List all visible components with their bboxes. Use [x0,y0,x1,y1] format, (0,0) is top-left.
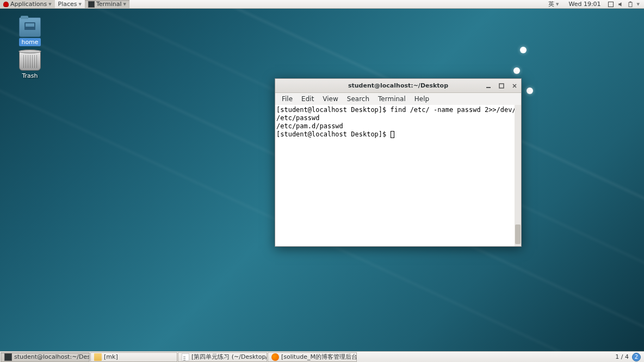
clock[interactable]: Wed 19:01 [565,0,604,8]
wallpaper-node-icon [527,88,533,94]
maximize-button[interactable] [497,82,506,90]
folder-icon [94,353,102,361]
desktop[interactable]: home Trash student@localhost:~/Desktop F… [0,9,644,351]
terminal-window[interactable]: student@localhost:~/Desktop File Edit Vi… [275,78,522,247]
task-button-files[interactable]: [mk] [90,352,177,362]
firefox-icon [271,353,279,361]
menu-file[interactable]: File [277,94,297,104]
terminal-icon [88,1,95,8]
terminal-line: /etc/pam.d/passwd [276,122,343,130]
top-panel-right: 英 ▼ Wed 19:01 ▼ [545,0,644,8]
workspace-indicator[interactable]: 1 / 4 [615,353,629,360]
scrollbar-thumb[interactable] [515,224,521,244]
terminal-app-label: Terminal [96,1,122,8]
task-label: [solitude_M的博客管理后台-51… [281,353,357,361]
task-label: student@localhost:~/Desktop [14,353,90,360]
minimize-button[interactable] [484,82,493,90]
svg-rect-1 [629,2,632,7]
menu-search[interactable]: Search [343,94,374,104]
terminal-line: [student@localhost Desktop]$ [276,130,391,138]
chevron-down-icon: ▼ [123,2,126,7]
applications-label: Applications [10,1,47,8]
wallpaper-node-icon [520,47,527,53]
system-menu-icon[interactable]: ▼ [637,2,640,7]
terminal-icon [4,353,12,361]
window-titlebar[interactable]: student@localhost:~/Desktop [275,79,521,93]
trash-icon [19,51,41,71]
bottom-panel-right: 1 / 4 2 [615,353,644,361]
task-button-terminal[interactable]: student@localhost:~/Desktop [1,352,90,362]
menu-terminal[interactable]: Terminal [374,94,410,104]
chevron-down-icon: ▼ [48,2,51,7]
close-button[interactable] [510,82,519,90]
trash-label: Trash [20,72,40,80]
input-method-label: 英 [548,0,554,8]
chevron-down-icon: ▼ [79,2,82,7]
terminal-app-menu[interactable]: Terminal ▼ [85,0,129,8]
task-button-gedit[interactable]: [第四单元练习 (~/Desktop/mk) - … [178,352,267,362]
svg-rect-3 [486,87,491,88]
home-folder-icon [19,17,41,37]
task-button-firefox[interactable]: [solitude_M的博客管理后台-51… [268,352,357,362]
desktop-icon-home[interactable]: home [11,17,49,46]
accessibility-icon[interactable] [608,1,614,8]
desktop-icon-trash[interactable]: Trash [11,51,49,80]
top-panel: Applications ▼ Places ▼ Terminal ▼ 英 ▼ W… [0,0,644,9]
menu-view[interactable]: View [318,94,342,104]
wallpaper-node-icon [513,67,520,74]
text-editor-icon [182,353,189,361]
redhat-icon [3,2,9,7]
top-panel-left: Applications ▼ Places ▼ Terminal ▼ [0,0,129,8]
svg-rect-2 [629,1,631,2]
task-label: [第四单元练习 (~/Desktop/mk) - … [191,353,267,361]
places-menu[interactable]: Places ▼ [55,0,85,8]
task-label: [mk] [104,353,118,360]
menu-help[interactable]: Help [410,94,434,104]
svg-rect-0 [608,2,613,7]
terminal-line: [student@localhost Desktop]$ find /etc/ … [276,106,521,114]
home-label: home [19,38,40,46]
cursor-icon [391,131,394,138]
terminal-output[interactable]: [student@localhost Desktop]$ find /etc/ … [275,105,521,246]
chevron-down-icon: ▼ [556,2,559,7]
bottom-panel: student@localhost:~/Desktop [mk] [第四单元练习… [0,351,644,362]
window-title: student@localhost:~/Desktop [348,82,448,89]
terminal-line: /etc/passwd [276,114,319,122]
places-label: Places [58,1,77,8]
terminal-menubar: File Edit View Search Terminal Help [275,93,521,105]
battery-icon[interactable] [627,1,634,8]
volume-icon[interactable] [617,1,624,8]
workspace-switcher[interactable]: 2 [632,353,641,361]
svg-rect-4 [499,84,504,88]
menu-edit[interactable]: Edit [297,94,318,104]
input-method-indicator[interactable]: 英 ▼ [545,0,562,8]
window-controls [484,82,519,90]
terminal-scrollbar[interactable] [515,105,521,246]
applications-menu[interactable]: Applications ▼ [0,0,55,8]
datetime-label: Wed 19:01 [568,1,600,8]
